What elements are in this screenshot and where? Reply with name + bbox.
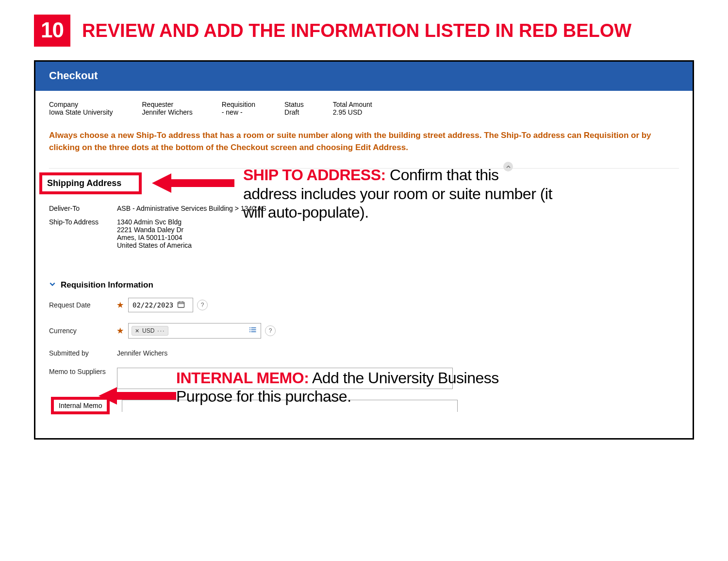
arrow-icon xyxy=(99,386,176,406)
checkout-header: Checkout xyxy=(35,62,693,91)
svg-marker-0 xyxy=(152,173,234,193)
currency-chip[interactable]: ✕ USD ··· xyxy=(132,326,168,336)
svg-point-10 xyxy=(249,331,250,332)
meta-status-value: Draft xyxy=(284,108,304,116)
meta-requester-value: Jennifer Wichers xyxy=(142,108,193,116)
svg-rect-1 xyxy=(178,302,184,307)
submitted-by-value: Jennifer Wichers xyxy=(117,349,167,357)
currency-row: Currency ★ ✕ USD ··· ? xyxy=(49,323,679,339)
meta-company: Company Iowa State University xyxy=(49,101,113,116)
memo-to-suppliers-label: Memo to Suppliers xyxy=(49,368,117,375)
step-header: 10 REVIEW AND ADD THE INFORMATION LISTED… xyxy=(34,15,694,47)
shipto-warning: Always choose a new Ship-To address that… xyxy=(35,120,693,168)
meta-company-value: Iowa State University xyxy=(49,108,113,116)
shipto-callout-lead: SHIP TO ADDRESS: xyxy=(243,166,386,184)
submitted-by-label: Submitted by xyxy=(49,349,117,357)
shipping-address-heading: Shipping Address xyxy=(47,178,121,188)
meta-requester-label: Requester xyxy=(142,101,193,108)
meta-total-label: Total Amount xyxy=(333,101,372,108)
meta-requisition-label: Requisition xyxy=(222,101,255,108)
chip-remove-icon[interactable]: ✕ xyxy=(135,328,139,334)
svg-point-9 xyxy=(249,329,250,330)
svg-marker-11 xyxy=(99,387,176,405)
request-date-value: 02/22/2023 xyxy=(132,301,173,309)
meta-status: Status Draft xyxy=(284,101,304,116)
meta-status-label: Status xyxy=(284,101,304,108)
step-number-badge: 10 xyxy=(34,15,70,47)
meta-company-label: Company xyxy=(49,101,113,108)
meta-total: Total Amount 2.95 USD xyxy=(333,101,372,116)
list-icon[interactable] xyxy=(249,326,257,336)
requisition-info-label: Requisition Information xyxy=(61,280,153,290)
meta-total-value: 2.95 USD xyxy=(333,108,372,116)
request-date-label: Request Date xyxy=(49,301,117,309)
checkout-frame: Checkout Company Iowa State University R… xyxy=(34,60,694,440)
internal-memo-callout: INTERNAL MEMO: Add the University Busine… xyxy=(176,369,506,406)
ship-to-address-label: Ship-To Address xyxy=(49,218,117,226)
deliver-to-label: Deliver-To xyxy=(49,204,117,212)
meta-requisition: Requisition - new - xyxy=(222,101,255,116)
internal-memo-label: Internal Memo xyxy=(59,402,102,409)
help-icon[interactable]: ? xyxy=(197,300,208,310)
shipto-callout: SHIP TO ADDRESS: Confirm that this addre… xyxy=(243,166,554,221)
required-star-icon: ★ xyxy=(117,326,123,335)
internal-memo-callout-lead: INTERNAL MEMO: xyxy=(176,369,309,387)
checkout-meta-row: Company Iowa State University Requester … xyxy=(35,91,693,120)
currency-label: Currency xyxy=(49,327,117,335)
ship-to-address-row: Ship-To Address 1340 Admin Svc Bldg 2221… xyxy=(49,218,679,249)
chevron-down-icon xyxy=(49,281,56,289)
meta-requisition-value: - new - xyxy=(222,108,255,116)
required-star-icon: ★ xyxy=(117,301,123,309)
chip-more-icon[interactable]: ··· xyxy=(157,327,165,334)
calendar-icon[interactable] xyxy=(177,301,185,310)
requisition-info-heading[interactable]: Requisition Information xyxy=(49,280,679,290)
help-icon[interactable]: ? xyxy=(265,325,276,336)
requisition-info-section: Requisition Information Request Date ★ 0… xyxy=(35,273,693,419)
arrow-icon xyxy=(152,172,234,194)
svg-point-8 xyxy=(249,327,250,328)
meta-requester: Requester Jennifer Wichers xyxy=(142,101,193,116)
shipping-address-highlight: Shipping Address xyxy=(39,172,142,194)
currency-value: USD xyxy=(142,327,154,334)
submitted-by-row: Submitted by Jennifer Wichers xyxy=(49,349,679,357)
request-date-input[interactable]: 02/22/2023 xyxy=(128,298,193,312)
shipping-section: Shipping Address SHIP TO ADDRESS: Confir… xyxy=(35,169,693,273)
currency-input[interactable]: ✕ USD ··· xyxy=(128,323,261,339)
step-title: REVIEW AND ADD THE INFORMATION LISTED IN… xyxy=(82,20,631,41)
request-date-row: Request Date ★ 02/22/2023 ? xyxy=(49,298,679,312)
ship-to-address-value: 1340 Admin Svc Bldg 2221 Wanda Daley Dr … xyxy=(117,218,192,249)
